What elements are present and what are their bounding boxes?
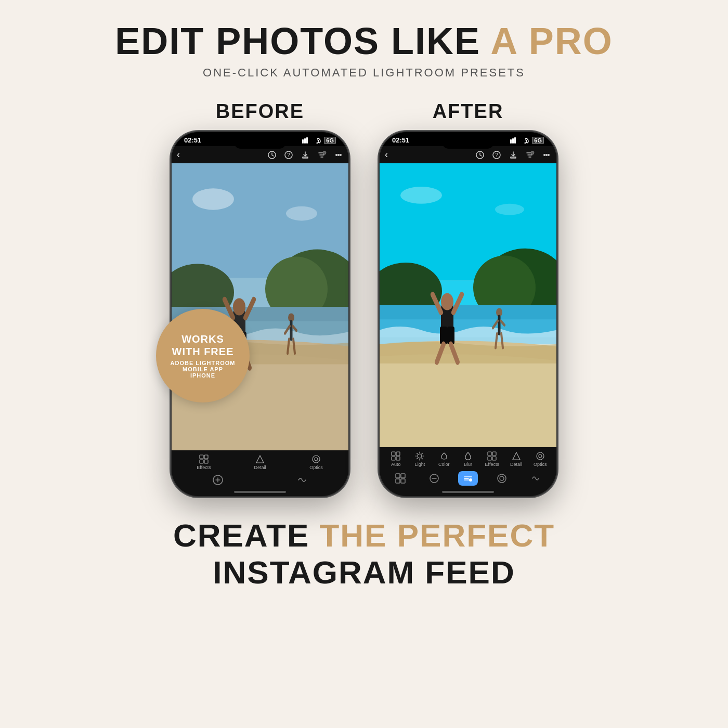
svg-point-45: [525, 142, 526, 144]
back-button[interactable]: ‹: [177, 149, 180, 160]
footer-text: CREATE THE PERFECT INSTAGRAM FEED: [173, 517, 555, 591]
svg-rect-97: [401, 474, 405, 478]
beach-image-before: [172, 163, 348, 450]
footer: CREATE THE PERFECT INSTAGRAM FEED: [173, 517, 555, 591]
subtitle: ONE-CLICK AUTOMATED LIGHTROOM PRESETS: [115, 66, 613, 80]
color-tool[interactable]: Color: [435, 451, 453, 467]
svg-rect-92: [492, 457, 496, 460]
svg-point-19: [233, 298, 245, 316]
blur-tool[interactable]: Blur: [459, 451, 477, 467]
footer-line1-part1: CREATE: [173, 517, 320, 553]
svg-point-33: [286, 206, 317, 221]
row2-a4[interactable]: [492, 473, 511, 484]
svg-rect-77: [396, 452, 400, 456]
svg-point-52: [548, 154, 550, 156]
svg-rect-99: [401, 479, 405, 483]
svg-point-50: [543, 154, 545, 156]
svg-rect-78: [392, 457, 395, 460]
svg-rect-44: [514, 137, 516, 144]
row2-a1[interactable]: [391, 473, 410, 484]
svg-rect-96: [396, 474, 400, 478]
bottom-toolbar-before: Effects Detail: [172, 450, 348, 496]
main-title: EDIT PHOTOS LIKE A PRO: [115, 21, 613, 62]
home-indicator-after: [442, 491, 494, 493]
effects-tool-after[interactable]: Effects: [483, 451, 501, 467]
svg-point-32: [192, 188, 234, 210]
svg-rect-2: [306, 137, 308, 144]
svg-rect-91: [488, 457, 491, 460]
svg-point-102: [498, 474, 506, 483]
svg-marker-38: [256, 456, 264, 463]
svg-line-86: [422, 458, 423, 459]
svg-point-101: [469, 478, 472, 482]
svg-rect-34: [200, 455, 203, 459]
optics-tool-after[interactable]: Optics: [531, 451, 550, 467]
badge-main-text: WORKSWITH FREE: [172, 333, 234, 358]
svg-rect-42: [510, 139, 512, 144]
svg-point-94: [537, 452, 544, 460]
toolbar-row2-after: [380, 469, 556, 489]
header: EDIT PHOTOS LIKE A PRO ONE-CLICK AUTOMAT…: [115, 21, 613, 80]
svg-point-75: [495, 204, 524, 215]
back-button-after[interactable]: ‹: [385, 149, 388, 160]
svg-marker-93: [513, 452, 520, 460]
svg-rect-76: [392, 452, 395, 456]
lr-action-icons-after: ?: [475, 150, 551, 160]
row2-a2[interactable]: [425, 473, 444, 484]
svg-point-40: [315, 458, 318, 461]
svg-point-39: [313, 456, 320, 463]
toolbar-row2: [172, 472, 348, 489]
dynamic-island-after: [442, 135, 494, 149]
auto-tool[interactable]: Auto: [386, 451, 405, 467]
svg-rect-43: [512, 138, 514, 144]
detail-tool[interactable]: Detail: [251, 454, 269, 470]
svg-rect-90: [492, 452, 496, 456]
row2-a3-active[interactable]: [458, 471, 478, 486]
svg-point-103: [500, 476, 504, 480]
time-display: 02:51: [184, 136, 201, 144]
badge-circle: WORKSWITH FREE ADOBE LIGHTROOMMOBILE APP…: [156, 309, 250, 402]
dynamic-island: [234, 135, 286, 149]
svg-point-61: [441, 293, 453, 310]
svg-line-87: [422, 453, 423, 454]
home-indicator: [234, 491, 286, 493]
footer-line2: INSTAGRAM FEED: [213, 554, 515, 590]
before-label: BEFORE: [216, 100, 304, 123]
toolbar-icons-row1: Effects Detail: [172, 452, 348, 472]
svg-point-49: [531, 151, 534, 154]
row2-a5[interactable]: [526, 473, 545, 484]
after-phone-container: AFTER 02:51 6G ‹ ?: [380, 100, 556, 496]
svg-point-95: [539, 454, 542, 458]
svg-rect-98: [396, 479, 400, 483]
title-part1: EDIT PHOTOS LIKE: [115, 20, 490, 62]
badge-sub-text: ADOBE LIGHTROOMMOBILE APPIPHONE: [171, 360, 236, 379]
bottom-toolbar-after: Auto: [380, 447, 556, 496]
svg-point-51: [545, 154, 548, 156]
svg-rect-36: [200, 460, 203, 463]
svg-rect-1: [304, 138, 306, 144]
svg-rect-37: [204, 460, 208, 463]
effects-tool[interactable]: Effects: [194, 454, 213, 470]
svg-text:?: ?: [287, 152, 290, 158]
svg-rect-79: [396, 457, 400, 460]
title-highlight: A PRO: [490, 20, 613, 62]
time-display-after: 02:51: [392, 136, 409, 144]
lr-action-icons: ?: [267, 150, 343, 160]
after-phone: 02:51 6G ‹ ?: [380, 132, 556, 496]
svg-point-74: [400, 187, 442, 204]
svg-rect-35: [204, 455, 208, 459]
svg-line-88: [417, 458, 418, 459]
svg-rect-0: [302, 139, 304, 144]
status-icons: 6G: [302, 137, 336, 144]
row2-item2[interactable]: [293, 474, 311, 486]
svg-point-8: [335, 154, 337, 156]
optics-tool[interactable]: Optics: [307, 454, 326, 470]
svg-point-3: [317, 142, 318, 144]
detail-tool-after[interactable]: Detail: [507, 451, 526, 467]
toolbar-icons-after: Auto: [380, 449, 556, 469]
phones-section: BEFORE 02:51 6G ‹ ?: [0, 100, 728, 496]
after-label: AFTER: [433, 100, 504, 123]
footer-line1-highlight: THE PERFECT: [319, 517, 555, 553]
row2-item1[interactable]: [209, 474, 227, 486]
light-tool[interactable]: Light: [410, 451, 429, 467]
